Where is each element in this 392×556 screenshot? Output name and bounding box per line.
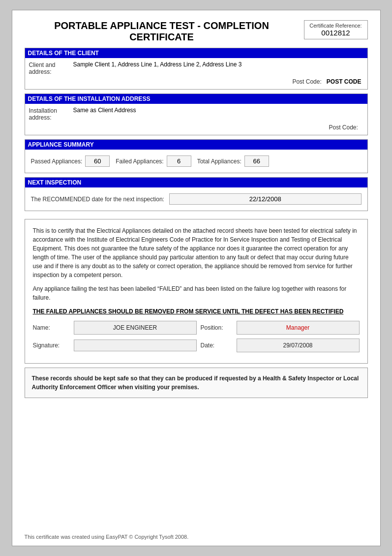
inspection-section: NEXT INSPECTION The RECOMMENDED date for… <box>25 177 368 211</box>
summary-row: Passed Appliances: 60 Failed Appliances:… <box>29 153 363 170</box>
client-postcode-label: Post Code: <box>292 78 321 85</box>
cert-ref-label: Certificate Reference: <box>308 23 363 29</box>
inspection-label: The RECOMMENDED date for the next inspec… <box>31 196 164 203</box>
client-section-body: Client and address: Sample Client 1, Add… <box>25 58 367 89</box>
footer-text: This certificate was created using EasyP… <box>25 534 189 540</box>
client-address-label: Client and address: <box>29 61 73 75</box>
client-section-header: DETAILS OF THE CLIENT <box>25 48 367 58</box>
bottom-note-text: These records should be kept safe so tha… <box>32 374 361 392</box>
installation-section-header: DETAILS OF THE INSTALLATION ADDRESS <box>25 94 367 104</box>
name-value: JOE ENGINEER <box>74 321 197 335</box>
signature-row: Signature: Date: 29/07/2008 <box>33 339 360 352</box>
failed-value: 6 <box>167 155 191 167</box>
failed-label: Failed Appliances: <box>116 158 163 165</box>
header-area: PORTABLE APPLIANCE TEST - COMPLETION CER… <box>25 20 368 43</box>
failed-item: Failed Appliances: 6 <box>116 155 191 167</box>
appliance-section: APPLIANCE SUMMARY Passed Appliances: 60 … <box>25 139 368 173</box>
cert-ref-number: 0012812 <box>308 29 363 37</box>
inspection-section-body: The RECOMMENDED date for the next inspec… <box>25 187 367 211</box>
inspection-date-value: 22/12/2008 <box>169 193 362 205</box>
bottom-note: These records should be kept safe so tha… <box>25 368 368 398</box>
installation-postcode-row: Post Code: <box>29 123 363 132</box>
total-item: Total Appliances: 66 <box>197 155 269 167</box>
position-label: Position: <box>201 323 233 332</box>
cert-ref-box: Certificate Reference: 0012812 <box>304 20 368 39</box>
signature-label: Signature: <box>33 341 70 350</box>
cert-paragraph1: This is to certify that the Electrical A… <box>33 226 360 279</box>
position-value: Manager <box>237 321 360 335</box>
total-label: Total Appliances: <box>197 158 241 165</box>
installation-address-label: Installation address: <box>29 107 73 121</box>
cert-text-section: This is to certify that the Electrical A… <box>25 219 368 364</box>
cert-paragraph2: Any appliance failing the test has been … <box>33 284 360 302</box>
title-line1: PORTABLE APPLIANCE TEST - COMPLETION <box>54 20 269 31</box>
installation-section-body: Installation address: Same as Client Add… <box>25 104 367 135</box>
main-title: PORTABLE APPLIANCE TEST - COMPLETION CER… <box>25 20 304 43</box>
installation-postcode-label: Post Code: <box>329 124 358 131</box>
page-container: PORTABLE APPLIANCE TEST - COMPLETION CER… <box>12 10 381 546</box>
title-line2: CERTIFICATE <box>129 31 194 42</box>
installation-address-row: Installation address: Same as Client Add… <box>29 107 363 121</box>
signature-value <box>74 340 197 351</box>
client-address-value: Sample Client 1, Address Line 1, Address… <box>73 61 363 68</box>
passed-label: Passed Appliances: <box>31 158 83 165</box>
client-address-row: Client and address: Sample Client 1, Add… <box>29 61 363 75</box>
client-postcode-row: Post Code: POST CODE <box>29 77 363 86</box>
installation-address-value: Same as Client Address <box>73 107 363 114</box>
appliance-section-body: Passed Appliances: 60 Failed Appliances:… <box>25 150 367 173</box>
client-section: DETAILS OF THE CLIENT Client and address… <box>25 48 368 90</box>
client-postcode-value: POST CODE <box>327 78 362 85</box>
passed-item: Passed Appliances: 60 <box>31 155 110 167</box>
inspection-section-header: NEXT INSPECTION <box>25 178 367 187</box>
installation-section: DETAILS OF THE INSTALLATION ADDRESS Inst… <box>25 93 368 135</box>
name-row: Name: JOE ENGINEER Position: Manager <box>33 321 360 335</box>
date-label: Date: <box>201 341 233 350</box>
cert-warning: THE FAILED APPLIANCES SHOULD BE REMOVED … <box>33 307 360 316</box>
date-value: 29/07/2008 <box>237 339 360 352</box>
passed-value: 60 <box>85 155 110 167</box>
appliance-section-header: APPLIANCE SUMMARY <box>25 140 367 150</box>
total-value: 66 <box>244 155 269 167</box>
inspection-row: The RECOMMENDED date for the next inspec… <box>29 190 363 208</box>
name-label: Name: <box>33 323 70 332</box>
